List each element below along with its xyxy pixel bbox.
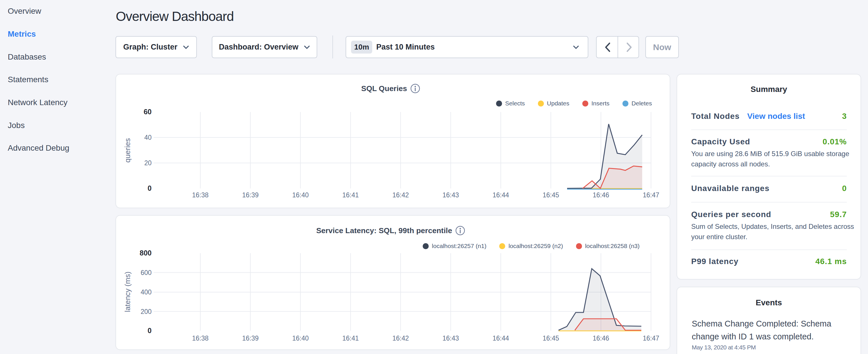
svg-text:16:45: 16:45: [542, 334, 559, 342]
svg-text:200: 200: [141, 308, 152, 315]
svg-text:16:40: 16:40: [292, 334, 309, 342]
svg-text:40: 40: [144, 134, 152, 141]
svg-text:16:40: 16:40: [292, 191, 309, 199]
svg-text:60: 60: [144, 108, 152, 116]
svg-text:20: 20: [144, 159, 152, 167]
svg-text:400: 400: [141, 288, 152, 296]
svg-text:16:44: 16:44: [493, 334, 509, 342]
svg-text:0: 0: [148, 184, 152, 192]
svg-text:16:45: 16:45: [542, 191, 559, 199]
svg-text:16:44: 16:44: [493, 191, 509, 199]
svg-text:800: 800: [140, 249, 152, 257]
svg-text:16:42: 16:42: [392, 191, 409, 199]
svg-text:16:39: 16:39: [242, 191, 259, 199]
svg-text:0: 0: [148, 326, 152, 334]
svg-text:16:47: 16:47: [643, 191, 659, 199]
svg-text:16:46: 16:46: [593, 334, 609, 342]
svg-text:16:38: 16:38: [192, 334, 209, 342]
svg-text:16:39: 16:39: [242, 334, 259, 342]
svg-text:16:46: 16:46: [593, 191, 609, 199]
svg-text:16:43: 16:43: [442, 334, 459, 342]
svg-text:16:41: 16:41: [342, 334, 359, 342]
svg-text:600: 600: [141, 269, 152, 277]
svg-text:16:38: 16:38: [192, 191, 209, 199]
svg-text:latency (ms): latency (ms): [123, 271, 132, 312]
svg-text:16:42: 16:42: [392, 334, 409, 342]
svg-text:16:41: 16:41: [342, 191, 359, 199]
svg-text:queries: queries: [123, 138, 132, 162]
svg-text:16:47: 16:47: [643, 334, 659, 342]
svg-text:16:43: 16:43: [442, 191, 459, 199]
